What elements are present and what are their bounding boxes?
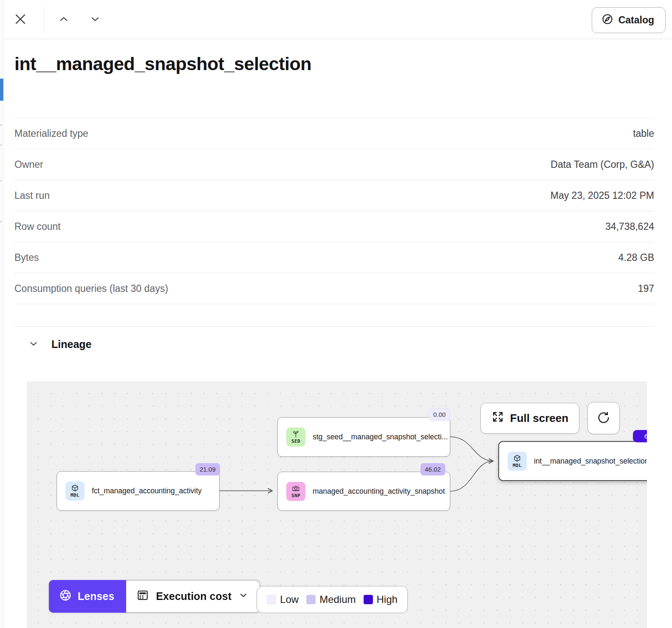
catalog-button[interactable]: Catalog <box>592 7 666 33</box>
legend-label: Medium <box>319 594 356 605</box>
lineage-node-stg-seed-managed-snapshot-selection[interactable]: SED stg_seed__managed_snapshot_selecti..… <box>277 417 450 457</box>
node-type-label: MDL <box>513 463 522 468</box>
legend-label: Low <box>280 594 299 605</box>
execution-cost-badge: 0.00 <box>429 408 450 421</box>
execution-cost-badge: 21.09 <box>195 463 220 475</box>
close-icon <box>13 12 28 28</box>
edge-tick <box>0 180 2 181</box>
edge-tick <box>0 221 2 222</box>
detail-panel: Catalog int__managed_snapshot_selection … <box>3 0 672 628</box>
execution-cost-badge: 46.02 <box>421 463 445 475</box>
catalog-button-label: Catalog <box>618 14 654 26</box>
detail-row-materialized-type: Materialized type table <box>14 118 654 149</box>
node-type-chip: SED <box>286 427 305 447</box>
lens-selected-value: Execution cost <box>156 590 232 603</box>
close-button[interactable] <box>10 9 31 30</box>
node-name: managed_accounting_activity_snapshot <box>313 487 445 496</box>
model-cube-icon <box>71 484 79 492</box>
snapshot-camera-icon <box>292 484 300 492</box>
detail-value: table <box>633 128 654 139</box>
details-table: Materialized type table Owner Data Team … <box>14 118 654 327</box>
full-screen-label: Full screen <box>510 412 568 425</box>
detail-row-owner: Owner Data Team (Corp, G&A) <box>14 149 654 180</box>
node-type-chip: SNP <box>286 482 305 501</box>
catalog-detail-page: Catalog int__managed_snapshot_selection … <box>0 0 672 628</box>
node-type-chip: MDL <box>508 452 527 471</box>
detail-label: Owner <box>14 159 43 170</box>
lineage-node-int-managed-snapshot-selection[interactable]: MDL int__managed_snapshot_selection <box>498 441 647 481</box>
next-item-button[interactable] <box>85 11 105 28</box>
lineage-collapse-toggle[interactable] <box>28 339 40 351</box>
toolbar-divider <box>44 6 44 33</box>
legend-swatch-high <box>364 595 373 604</box>
execution-cost-icon <box>136 589 149 604</box>
model-cube-icon <box>513 454 521 462</box>
selected-item-indicator <box>0 79 3 101</box>
lineage-canvas[interactable]: MDL fct_managed_accounting_activity 21.0… <box>27 381 647 628</box>
chevron-down-icon <box>238 590 248 603</box>
detail-value: Data Team (Corp, G&A) <box>551 159 654 170</box>
lineage-section-header: Lineage <box>28 338 91 351</box>
detail-label: Consumption queries (last 30 days) <box>14 283 168 294</box>
detail-row-row-count: Row count 34,738,624 <box>14 211 654 242</box>
node-name: fct_managed_accounting_activity <box>92 487 202 495</box>
cost-legend: Low Medium High <box>257 586 408 613</box>
detail-value: 34,738,624 <box>605 221 654 232</box>
legend-item-medium: Medium <box>306 594 356 605</box>
top-toolbar: Catalog <box>3 0 672 39</box>
refresh-layout-button[interactable] <box>587 402 620 434</box>
legend-item-low: Low <box>267 594 299 605</box>
page-title: int__managed_snapshot_selection <box>14 54 311 74</box>
refresh-icon <box>597 411 610 426</box>
edge-tick <box>0 144 2 146</box>
expand-icon <box>491 410 504 426</box>
background-page-edge <box>0 0 3 628</box>
detail-label: Materialized type <box>14 128 88 139</box>
chevron-down-icon <box>89 13 101 26</box>
detail-row-bytes: Bytes 4.28 GB <box>14 242 654 273</box>
node-name: int__managed_snapshot_selection <box>534 457 647 466</box>
lineage-node-fct-managed-accounting-activity[interactable]: MDL fct_managed_accounting_activity <box>56 471 220 511</box>
legend-swatch-medium <box>306 595 316 604</box>
detail-value: 197 <box>638 283 654 294</box>
detail-value: May 23, 2025 12:02 PM <box>551 190 654 201</box>
lenses-button-label: Lenses <box>78 590 114 603</box>
detail-label: Bytes <box>14 252 39 263</box>
aperture-icon <box>59 589 72 604</box>
compass-icon <box>601 13 613 28</box>
detail-label: Last run <box>14 190 50 201</box>
detail-value: 4.28 GB <box>618 252 654 263</box>
previous-item-button[interactable] <box>54 11 74 28</box>
detail-label: Row count <box>14 221 61 232</box>
legend-label: High <box>377 594 398 605</box>
lens-type-select[interactable]: Execution cost <box>126 580 260 613</box>
edge-tick <box>0 124 2 126</box>
node-type-label: SED <box>291 438 300 444</box>
legend-item-high: High <box>364 594 398 605</box>
chevron-down-icon <box>28 338 39 351</box>
lenses-button[interactable]: Lenses <box>49 580 126 613</box>
node-name: stg_seed__managed_snapshot_selecti... <box>313 433 448 441</box>
node-type-chip: MDL <box>65 481 85 501</box>
detail-row-consumption-queries: Consumption queries (last 30 days) 197 <box>14 273 654 304</box>
seed-sprout-icon <box>292 430 300 438</box>
detail-row-last-run: Last run May 23, 2025 12:02 PM <box>14 180 654 211</box>
chevron-up-icon <box>58 13 70 26</box>
node-type-label: MDL <box>71 492 79 498</box>
node-type-label: SNP <box>291 493 300 498</box>
execution-cost-badge: 67 <box>633 430 647 442</box>
details-spacer-row <box>14 304 654 327</box>
legend-swatch-low <box>267 595 276 604</box>
lenses-control: Lenses Execution cost <box>49 580 260 613</box>
full-screen-button[interactable]: Full screen <box>480 403 579 434</box>
lineage-node-managed-accounting-activity-snapshot[interactable]: SNP managed_accounting_activity_snapshot <box>277 472 450 511</box>
lineage-section-title: Lineage <box>51 338 91 351</box>
